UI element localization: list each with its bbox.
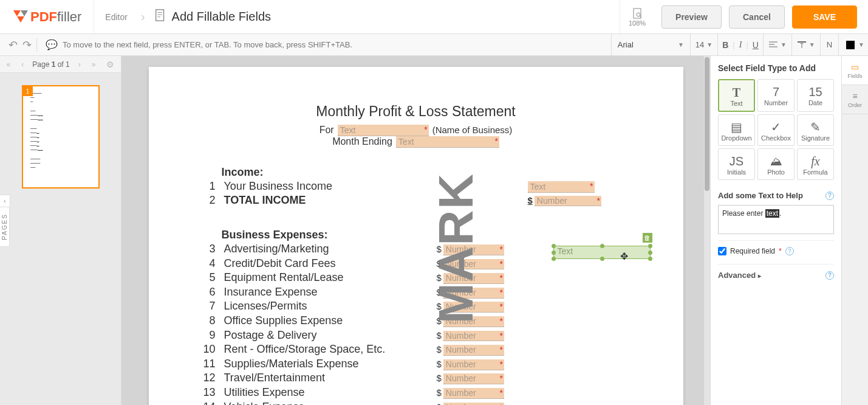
field-type-initials[interactable]: JSInitials [718, 148, 755, 180]
italic-button[interactable]: I [735, 40, 747, 50]
vertical-align-group[interactable]: T ▼ [792, 34, 821, 55]
bold-button[interactable]: B [718, 40, 733, 50]
help-info-icon[interactable]: ? [825, 271, 834, 280]
field-type-formula[interactable]: fxFormula [797, 148, 834, 180]
comment-icon: 💬 [46, 39, 58, 50]
active-field-placeholder: Text [554, 246, 573, 256]
field-type-label: Photo [767, 168, 785, 176]
page-last-button[interactable]: » [89, 59, 98, 70]
font-size-value: 14 [695, 40, 704, 49]
row-number: 9 [203, 329, 224, 342]
page-next-button[interactable]: › [76, 59, 83, 70]
expense-field[interactable]: Number* [443, 316, 504, 327]
color-swatch [846, 41, 855, 49]
cancel-button[interactable]: Cancel [729, 5, 785, 29]
help-text-title: Add some Text to Help ? [718, 191, 834, 200]
expense-field[interactable]: Number* [443, 302, 504, 313]
document-page[interactable]: Monthly Profit & Loss Statement For Text… [149, 67, 683, 405]
format-toolbar: ↶ ↷ 💬 To move to the next field, press E… [0, 34, 868, 56]
field-type-photo[interactable]: ⛰Photo [757, 148, 795, 180]
zoom-value: 108% [629, 19, 646, 27]
field-type-icon: JS [719, 154, 754, 168]
expense-field[interactable]: Number* [443, 373, 504, 384]
chevron-down-icon: ▼ [781, 41, 787, 48]
header-right: 108% Preview Cancel SAVE [620, 0, 868, 33]
required-star: * [779, 247, 782, 255]
resize-handle[interactable] [648, 251, 652, 255]
expense-field[interactable]: Number* [443, 359, 504, 370]
fields-tab-icon: ▭ [851, 62, 859, 72]
resize-handle[interactable] [648, 257, 652, 261]
income-field[interactable]: Text* [528, 181, 595, 193]
page-thumbnail[interactable]: 1 ━━━━━━━━━━━━━━━━━━━━━━━━ ▬▬━━━━━━ ▬▬━━… [22, 85, 100, 189]
resize-handle[interactable] [648, 244, 652, 248]
underline-button[interactable]: U [748, 40, 763, 50]
income-row: 2TOTAL INCOME$Number* [203, 194, 629, 207]
zoom-indicator[interactable]: 108% [620, 0, 654, 33]
expense-field[interactable]: Number* [443, 273, 504, 284]
redo-button[interactable]: ↷ [22, 38, 32, 52]
normal-style-button[interactable]: N [821, 34, 839, 55]
page-prev-button[interactable]: ‹ [19, 59, 26, 70]
text-color-picker[interactable]: ▼ [839, 41, 868, 49]
thumbnail-header: « ‹ Page 1 of 1 › » ⚙ [0, 56, 121, 73]
tab-order[interactable]: ≡ Order [842, 85, 868, 114]
field-type-icon: ⛰ [758, 154, 794, 168]
panel-title: Select Field Type to Add [718, 63, 834, 73]
canvas[interactable]: Monthly Profit & Loss Statement For Text… [121, 56, 710, 405]
help-info-icon[interactable]: ? [825, 192, 834, 200]
resize-handle[interactable] [552, 244, 556, 248]
advanced-toggle[interactable]: Advanced ▸ ? [718, 264, 834, 286]
income-field[interactable]: Number* [535, 196, 601, 206]
resize-handle[interactable] [600, 244, 604, 248]
scrollbar[interactable] [704, 56, 710, 405]
expense-field[interactable]: Number* [443, 345, 504, 356]
help-text-input[interactable]: Please enter text. [718, 205, 834, 234]
expense-row: 12Travel/Entertainment$Number* [203, 372, 629, 385]
save-button[interactable]: SAVE [792, 5, 857, 29]
align-top-icon: T [797, 41, 807, 49]
active-text-field[interactable]: 🗑 Text [553, 246, 651, 259]
pages-tab[interactable]: PAGES [0, 207, 10, 247]
scrollbar-thumb[interactable] [705, 57, 709, 191]
for-label: For [320, 125, 334, 136]
field-type-date[interactable]: 15Date [797, 79, 834, 112]
gear-icon[interactable]: ⚙ [104, 58, 117, 71]
expense-field[interactable]: Number* [443, 244, 504, 255]
expense-row: 10Rent - Office/Storage Space, Etc.$Numb… [203, 343, 629, 356]
field-type-icon: ✎ [798, 120, 833, 134]
font-family-select[interactable]: Arial ▼ [612, 34, 691, 55]
tab-fields[interactable]: ▭ Fields [842, 56, 868, 85]
required-checkbox[interactable] [718, 247, 726, 255]
month-ending-label: Month Ending [332, 136, 392, 147]
month-ending-field[interactable]: Text* [396, 136, 499, 148]
resize-handle[interactable] [600, 257, 604, 261]
horizontal-align-group[interactable]: ▼ [764, 34, 792, 55]
field-type-number[interactable]: 7Number [757, 79, 795, 112]
row-number: 13 [203, 386, 224, 400]
row-label: Credit/Debit Card Fees [224, 257, 400, 271]
field-type-dropdown[interactable]: ▤Dropdown [718, 114, 755, 146]
undo-button[interactable]: ↶ [9, 38, 18, 52]
business-name-field[interactable]: Text* [338, 125, 429, 136]
preview-button[interactable]: Preview [661, 5, 722, 29]
field-type-text[interactable]: TText [718, 79, 755, 112]
expense-section-label: Business Expenses: [222, 229, 629, 241]
logo[interactable]: PDFfiller [0, 0, 94, 33]
page-first-button[interactable]: « [4, 59, 13, 70]
expense-field[interactable]: Number* [443, 331, 504, 342]
field-type-signature[interactable]: ✎Signature [797, 114, 834, 146]
font-size-select[interactable]: 14 ▼ [691, 34, 718, 55]
collapse-sidebar-button[interactable]: ‹ [0, 195, 10, 207]
chevron-down-icon: ▼ [678, 41, 684, 48]
trash-icon[interactable]: 🗑 [643, 233, 652, 243]
resize-handle[interactable] [552, 257, 556, 261]
expense-field[interactable]: Number* [443, 403, 504, 405]
expense-field[interactable]: Number* [443, 288, 504, 299]
breadcrumb-editor[interactable]: Editor [94, 0, 138, 33]
help-info-icon[interactable]: ? [785, 247, 794, 255]
field-type-checkbox[interactable]: ✓Checkbox [757, 114, 795, 146]
expense-field[interactable]: Number* [443, 388, 504, 399]
expense-field[interactable]: Number* [443, 259, 504, 270]
resize-handle[interactable] [552, 251, 556, 255]
